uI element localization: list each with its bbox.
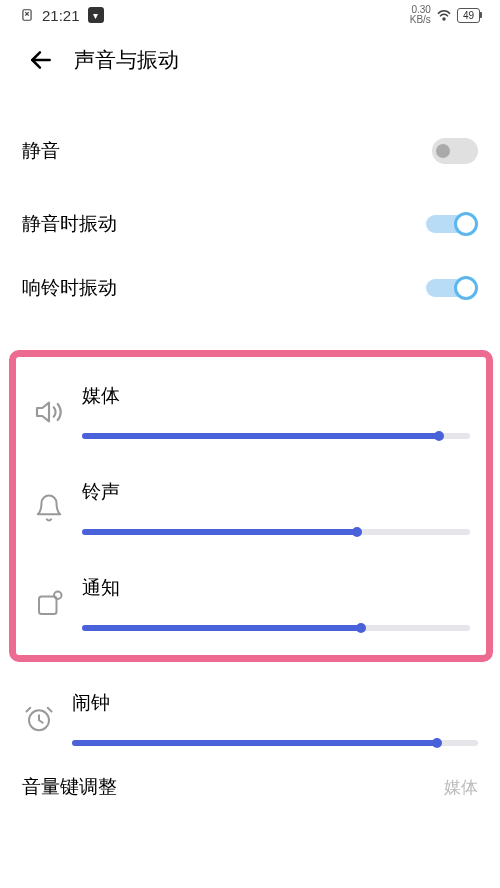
clock-icon — [22, 702, 56, 736]
alarm-volume-label: 闹钟 — [72, 690, 478, 716]
media-volume-slider[interactable] — [82, 433, 470, 439]
bell-icon — [32, 491, 66, 525]
svg-point-7 — [54, 592, 62, 600]
notification-volume-slider[interactable] — [82, 625, 470, 631]
volume-key-value: 媒体 — [444, 776, 478, 799]
network-speed: 0.30 KB/s — [410, 5, 431, 25]
media-volume-row: 媒体 — [24, 365, 478, 439]
ringtone-volume-slider[interactable] — [82, 529, 470, 535]
silent-mode-label: 静音 — [22, 138, 60, 164]
vibrate-ring-row: 响铃时振动 — [0, 256, 500, 320]
vibrate-ring-toggle[interactable] — [426, 274, 478, 302]
media-volume-label: 媒体 — [82, 383, 470, 409]
volume-key-label: 音量键调整 — [22, 774, 117, 800]
status-bar: 21:21 ▾ 0.30 KB/s 49 — [0, 0, 500, 30]
silent-mode-row: 静音 — [0, 120, 500, 182]
volume-key-row[interactable]: 音量键调整 媒体 — [0, 746, 500, 800]
back-button[interactable] — [28, 47, 54, 73]
ringtone-volume-label: 铃声 — [82, 479, 470, 505]
alarm-volume-row: 闹钟 — [0, 672, 500, 746]
vibrate-silent-label: 静音时振动 — [22, 211, 117, 237]
back-arrow-icon — [28, 47, 54, 73]
net-speed-unit: KB/s — [410, 15, 431, 25]
vibrate-ring-label: 响铃时振动 — [22, 275, 117, 301]
page-title: 声音与振动 — [74, 46, 179, 74]
status-time: 21:21 — [42, 7, 80, 24]
status-left: 21:21 ▾ — [20, 7, 104, 24]
vibrate-silent-row: 静音时振动 — [0, 192, 500, 256]
svg-rect-0 — [23, 10, 31, 21]
settings-content: 静音 静音时振动 响铃时振动 媒体 — [0, 120, 500, 800]
volume-highlight-box: 媒体 铃声 — [9, 350, 493, 662]
ringtone-volume-row: 铃声 — [24, 461, 478, 535]
battery-indicator: 49 — [457, 8, 480, 23]
page-header: 声音与振动 — [0, 30, 500, 90]
status-right: 0.30 KB/s 49 — [410, 5, 480, 25]
svg-line-10 — [48, 708, 52, 712]
svg-rect-6 — [39, 597, 57, 615]
notification-volume-row: 通知 — [24, 557, 478, 631]
alarm-volume-slider[interactable] — [72, 740, 478, 746]
svg-line-9 — [27, 708, 31, 712]
app-dropdown-icon: ▾ — [88, 7, 104, 23]
notification-volume-label: 通知 — [82, 575, 470, 601]
wifi-icon — [436, 8, 452, 22]
speaker-icon — [32, 395, 66, 429]
svg-marker-5 — [37, 403, 49, 422]
notification-icon — [32, 587, 66, 621]
svg-point-3 — [443, 18, 445, 20]
silent-mode-toggle[interactable] — [432, 138, 478, 164]
vibrate-silent-toggle[interactable] — [426, 210, 478, 238]
notification-mute-icon — [20, 8, 34, 22]
